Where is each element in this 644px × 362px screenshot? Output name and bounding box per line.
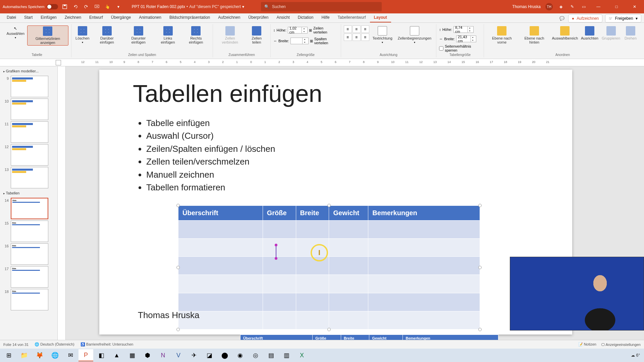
bullet-item[interactable]: Tabelle einfügen <box>146 117 275 129</box>
table-header[interactable]: Überschrift <box>178 206 263 221</box>
start-from-beginning-icon[interactable] <box>94 3 100 10</box>
app4-icon[interactable]: ◪ <box>202 349 217 361</box>
bullet-item[interactable]: Zellen teilen/verschmelzen <box>146 155 275 168</box>
tab-aufzeichnen[interactable]: Aufzeichnen <box>214 13 244 22</box>
chevron-down-icon[interactable]: ▾ <box>242 4 244 9</box>
cell-height-input[interactable]: 1,02 cm▴▾ <box>288 27 308 34</box>
telegram-icon[interactable]: ✈ <box>186 349 201 361</box>
distribute-cols-button[interactable]: ⊞Spalten verteilen <box>310 37 338 45</box>
tab-einfügen[interactable]: Einfügen <box>37 13 60 22</box>
align-button[interactable]: Ausrichten <box>580 25 599 41</box>
table-cell[interactable] <box>368 311 480 329</box>
weather-widget[interactable]: ☁ 6° <box>631 353 640 358</box>
qat-more-icon[interactable]: ▾ <box>115 3 122 10</box>
bullet-item[interactable]: Auswahl (Cursor) <box>146 129 275 142</box>
start-button[interactable]: ⊞ <box>1 349 16 361</box>
table-header[interactable]: Gewicht <box>329 206 368 221</box>
outline-toggle[interactable] <box>56 60 61 65</box>
gridlines-button[interactable]: Gitternetzlinien anzeigen <box>27 25 68 46</box>
section-header[interactable]: Tabellen <box>1 190 57 196</box>
send-backward-button[interactable]: Ebene nach hinten <box>519 25 550 45</box>
section-header[interactable]: Grafiken modellier... <box>1 68 57 74</box>
insert-left-button[interactable]: Links einfügen <box>155 25 181 45</box>
app-icon[interactable]: ◧ <box>94 349 109 361</box>
table-header[interactable]: Bemerkungen <box>368 206 480 221</box>
align-tc[interactable]: ≡ <box>353 25 361 33</box>
slide-thumbnail-15[interactable]: Slide <box>11 221 48 242</box>
selection-handle[interactable] <box>478 328 482 331</box>
maximize-button[interactable]: □ <box>610 0 623 13</box>
table-cell[interactable] <box>296 275 329 293</box>
username[interactable]: Thomas Hruska <box>512 4 541 9</box>
explorer-icon[interactable]: 📁 <box>17 349 32 361</box>
save-icon[interactable] <box>61 3 68 10</box>
tab-bildschirmpräsentation[interactable]: Bildschirmpräsentation <box>165 13 214 22</box>
tab-dictation[interactable]: Dictation <box>294 13 318 22</box>
obs-icon[interactable]: ⬤ <box>217 349 232 361</box>
table-cell[interactable] <box>329 221 368 239</box>
touch-mode-icon[interactable]: 👆 <box>104 3 111 10</box>
webcam-overlay[interactable] <box>510 257 644 330</box>
accessibility-status[interactable]: ♿ Barrierefreiheit: Untersuchen <box>80 342 133 347</box>
table-cell[interactable] <box>178 221 263 239</box>
aspect-ratio-checkbox[interactable]: Seitenverhältnis sperren <box>439 44 481 52</box>
bullet-item[interactable]: Tabellen formatieren <box>146 181 275 194</box>
excel-icon[interactable]: X <box>294 349 309 361</box>
outlook-icon[interactable]: ✉ <box>63 349 78 361</box>
app5-icon[interactable]: ◉ <box>233 349 248 361</box>
table-cell[interactable] <box>178 275 263 293</box>
slide-thumbnail-11[interactable] <box>11 121 48 143</box>
powerpoint-icon[interactable]: P <box>78 349 93 361</box>
split-cells-button[interactable]: Zellen teilen <box>246 25 268 45</box>
slide-thumbnail-10[interactable] <box>11 99 48 120</box>
tab-entwurf[interactable]: Entwurf <box>85 13 107 22</box>
slide-thumbnail-12[interactable] <box>11 144 48 166</box>
search-box[interactable]: 🔍 <box>261 2 382 11</box>
table-cell[interactable] <box>178 293 263 311</box>
visio-icon[interactable]: V <box>171 349 186 361</box>
tab-übergänge[interactable]: Übergänge <box>107 13 135 22</box>
selection-handle[interactable] <box>176 328 180 331</box>
table-cell[interactable] <box>329 239 368 257</box>
slide-canvas[interactable]: Tabellen einfügen Tabelle einfügenAuswah… <box>66 66 644 340</box>
table-cell[interactable] <box>329 275 368 293</box>
table-cell[interactable] <box>329 257 368 275</box>
table-cell[interactable] <box>263 221 296 239</box>
search-input[interactable] <box>272 4 378 9</box>
app6-icon[interactable]: ◎ <box>248 349 263 361</box>
window-layout-icon[interactable]: ▭ <box>580 3 587 10</box>
table-header[interactable]: Breite <box>296 206 329 221</box>
delete-button[interactable]: Löschen▾ <box>74 25 91 45</box>
select-button[interactable]: ↖Auswählen▾ <box>5 25 26 40</box>
close-button[interactable]: ✕ <box>628 0 641 13</box>
table-cell[interactable] <box>263 293 296 311</box>
tab-überprüfen[interactable]: Überprüfen <box>244 13 272 22</box>
table-cell[interactable] <box>263 311 296 329</box>
tab-ansicht[interactable]: Ansicht <box>272 13 293 22</box>
ink-tool-icon[interactable]: ✎ <box>569 3 576 10</box>
table-cell[interactable] <box>263 275 296 293</box>
slide-thumbnail-14[interactable]: Slide <box>11 198 48 219</box>
autosave-toggle[interactable] <box>47 4 58 9</box>
slide-thumbnail-9[interactable] <box>11 76 48 97</box>
insert-right-button[interactable]: Rechts einfügen <box>182 25 210 45</box>
vlc-icon[interactable]: ▲ <box>109 349 124 361</box>
selection-handle[interactable] <box>327 204 331 207</box>
table-cell[interactable] <box>296 311 329 329</box>
table-cell[interactable] <box>368 257 480 275</box>
slide-thumbnail-17[interactable]: Slide <box>11 266 48 288</box>
align-mr[interactable]: ≡ <box>361 34 369 41</box>
text-direction-button[interactable]: Textrichtung▾ <box>371 25 394 45</box>
slide-thumbnail-18[interactable]: Slide <box>11 289 48 310</box>
insert-below-button[interactable]: Darunter einfügen <box>123 25 154 45</box>
inserted-table[interactable]: ÜberschriftGrößeBreiteGewichtBemerkungen <box>178 205 480 329</box>
table-cell[interactable] <box>329 311 368 329</box>
table-cell[interactable] <box>178 257 263 275</box>
table-cell[interactable] <box>368 293 480 311</box>
tab-datei[interactable]: Datei <box>3 13 20 22</box>
table-cell[interactable] <box>296 293 329 311</box>
cell-margins-button[interactable]: Zellenbegrenzungen▾ <box>396 25 433 45</box>
table-cell[interactable] <box>263 239 296 257</box>
bring-forward-button[interactable]: Ebene nach vorne <box>487 25 517 45</box>
selection-handle[interactable] <box>327 328 331 331</box>
